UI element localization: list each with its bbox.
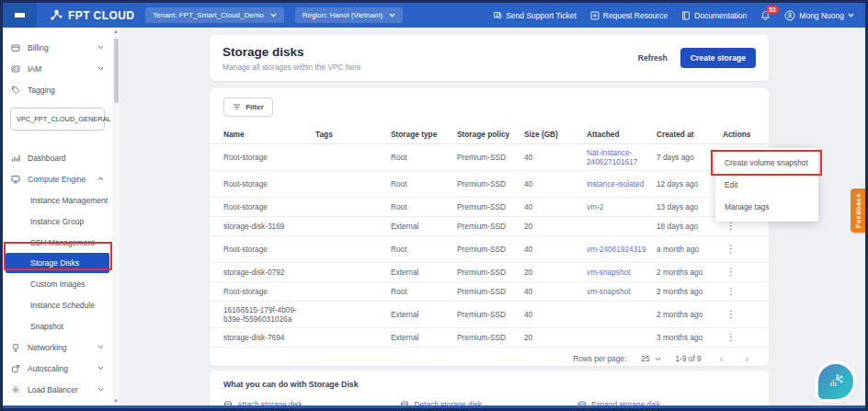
sidebar-item-custom-images[interactable]: Custom Images <box>3 273 112 294</box>
chat-icon <box>493 11 502 20</box>
chevron-down-icon <box>655 357 661 361</box>
cell-created-at: 12 days ago <box>657 179 723 188</box>
request-resource-link[interactable]: Request Resource <box>590 11 668 20</box>
doc-icon <box>681 11 691 20</box>
cell-storage-type: External <box>391 268 457 277</box>
cell-attached: Nat-instance-240627101617 <box>587 148 657 167</box>
notifications-button[interactable]: 53 <box>760 10 771 21</box>
sidebar-item-dashboard[interactable]: Dashboard <box>3 147 112 168</box>
previous-page-icon[interactable]: ‹ <box>716 353 727 364</box>
cell-attached: instance-isolated <box>587 179 657 188</box>
hamburger-icon <box>15 13 25 17</box>
next-page-icon[interactable]: › <box>741 353 752 364</box>
feedback-tab[interactable]: Feedback <box>851 188 865 233</box>
page-subtitle: Manage all storages within the VPC here <box>223 63 360 72</box>
cell-storage-policy: Premium-SSD <box>457 153 524 162</box>
chevron-up-icon <box>97 177 104 181</box>
cell-size: 40 <box>524 202 587 211</box>
sidebar-item-instance-group[interactable]: Instance Group <box>3 211 112 232</box>
table-row: 16166515-179f-4b09-b39e-f5596031026a Ext… <box>210 302 769 328</box>
attached-instance-link[interactable]: vm-snapshot <box>587 268 631 277</box>
cell-storage-type: Root <box>391 287 457 296</box>
row-actions-menu-icon[interactable]: ⋮ <box>723 309 739 319</box>
cell-created-at: 7 days ago <box>657 153 723 162</box>
vpc-selector[interactable]: VPC_FPT_CLOUD_GENERAL <box>10 108 105 131</box>
cell-actions: ⋮ <box>723 309 769 321</box>
filter-funnel-icon <box>233 104 241 111</box>
notification-count-badge: 53 <box>766 6 778 14</box>
fpt-cloud-logo-icon <box>50 9 63 21</box>
filter-button[interactable]: Filter <box>223 97 273 117</box>
row-actions-menu-icon[interactable]: ⋮ <box>723 244 739 254</box>
chevron-down-icon <box>97 345 104 349</box>
table-row: Root-storage Root Premium-SSD 40 instanc… <box>210 171 769 198</box>
cell-actions: ⋮ <box>723 244 769 256</box>
brand-name: FPT CLOUD <box>68 9 134 22</box>
rows-per-page-select[interactable]: 25 <box>641 354 660 363</box>
billing-icon <box>11 43 20 52</box>
sidebar-item-snapshot[interactable]: Snapshot <box>3 315 112 337</box>
scroll-down-icon[interactable]: ▼ <box>112 397 120 405</box>
sidebar-item-instance-management[interactable]: Instance Management <box>3 189 112 211</box>
table-row: storage-disk-7694 External Premium-SSD 2… <box>210 328 769 348</box>
attached-instance-link[interactable]: instance-isolated <box>587 179 644 188</box>
request-icon <box>590 11 600 20</box>
cell-name: Root-storage <box>223 202 315 211</box>
compute-engine-icon <box>11 175 20 184</box>
documentation-link[interactable]: Documentation <box>681 11 747 20</box>
fpt-ai-icon <box>828 373 844 390</box>
row-actions-menu-icon[interactable]: ⋮ <box>723 332 739 342</box>
sidebar-item-billing[interactable]: Billing <box>3 37 112 58</box>
cell-created-at: 2 months ago <box>657 310 723 319</box>
attached-instance-link[interactable]: vm-24061924319 <box>587 245 646 254</box>
cell-storage-policy: Premium-SSD <box>457 222 524 231</box>
sidebar-item-instance-schedule[interactable]: Instance Schedule <box>3 294 112 315</box>
table-row: storage-disk-0792 External Premium-SSD 2… <box>210 263 769 282</box>
refresh-button[interactable]: Refresh <box>638 53 668 63</box>
sidebar-item-compute-engine[interactable]: Compute Engine <box>3 168 112 189</box>
user-avatar-icon <box>784 10 795 21</box>
sidebar-item-ssh-management[interactable]: SSH Management <box>3 232 112 253</box>
sidebar-item-iam[interactable]: IAM <box>3 58 112 79</box>
hamburger-menu-button[interactable] <box>3 3 37 28</box>
scroll-up-icon[interactable]: ▲ <box>112 28 120 36</box>
ai-assistant-button[interactable] <box>818 364 853 399</box>
row-actions-menu-icon[interactable]: ⋮ <box>723 221 739 231</box>
cell-attached: vm-snapshot <box>587 268 657 277</box>
cell-name: Root-storage <box>223 245 315 254</box>
table-row: storage-disk-3169 External Premium-SSD 2… <box>210 217 769 236</box>
row-actions-menu-icon[interactable]: ⋮ <box>723 267 739 277</box>
cell-created-at: 2 months ago <box>657 287 723 296</box>
create-storage-button[interactable]: Create storage <box>680 48 756 68</box>
cell-created-at: a month ago <box>657 245 723 254</box>
table-row: Root-storage Root Premium-SSD 40 vm-snap… <box>210 282 769 302</box>
send-support-ticket-link[interactable]: Send Support Ticket <box>493 11 577 20</box>
menu-item-edit[interactable]: Edit <box>715 174 818 196</box>
column-header-size: Size (GB) <box>524 130 587 139</box>
row-actions-menu-icon[interactable]: ⋮ <box>723 286 739 296</box>
cell-name: Root-storage <box>223 179 315 188</box>
scrollbar-thumb[interactable] <box>114 39 119 103</box>
attached-instance-link[interactable]: Nat-instance-240627101617 <box>587 148 637 166</box>
brand-logo[interactable]: FPT CLOUD <box>50 9 134 22</box>
sidebar-item-autoscaling[interactable]: Autoscaling <box>3 358 112 379</box>
cell-storage-type: Root <box>391 202 457 211</box>
menu-item-manage-tags[interactable]: Manage tags <box>715 196 818 218</box>
attached-instance-link[interactable]: vm-snapshot <box>587 287 631 296</box>
column-header-created-at: Created at <box>657 130 723 139</box>
attached-instance-link[interactable]: vm-2 <box>587 202 603 211</box>
sidebar-item-load-balancer[interactable]: Load Balancer <box>3 379 112 400</box>
page-header-card: Storage disks Manage all storages within… <box>210 35 769 81</box>
menu-item-create-volume-snapshot[interactable]: Create volume snapshot <box>715 152 818 174</box>
region-selector[interactable]: Region: Hanoi (Vietnam) <box>295 7 403 23</box>
cell-storage-type: External <box>391 222 457 231</box>
sidebar-item-networking[interactable]: Networking <box>3 337 112 358</box>
tenant-selector[interactable]: Tenant: FPT_Smart_Cloud_Demo <box>145 7 284 23</box>
sidebar-item-tagging[interactable]: Tagging <box>3 79 112 100</box>
user-menu[interactable]: Mong Nuong <box>784 10 854 21</box>
cell-storage-type: External <box>391 333 457 342</box>
sidebar-scrollbar[interactable]: ▲ ▼ <box>112 28 120 408</box>
cell-storage-type: Root <box>391 153 457 162</box>
sidebar-item-storage-disks[interactable]: Storage Disks <box>6 253 109 273</box>
cell-attached: vm-2 <box>587 202 657 211</box>
